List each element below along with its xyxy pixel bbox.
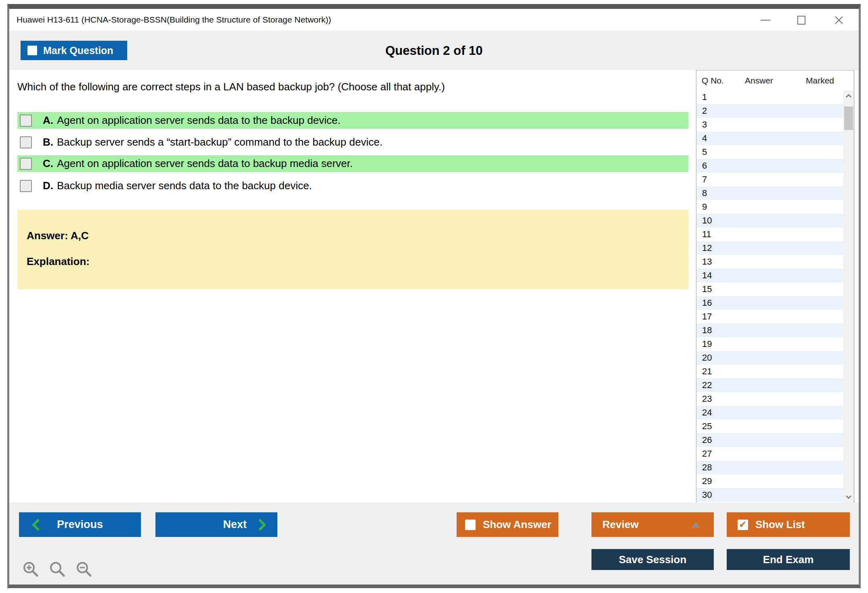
close-button[interactable] [829, 12, 849, 28]
question-list-row[interactable]: 13 [696, 255, 843, 269]
zoom-reset-icon [48, 560, 66, 578]
question-list-row[interactable]: 14 [696, 269, 843, 282]
option-row-b[interactable]: B.Backup server sends a “start-backup” c… [17, 134, 688, 150]
maximize-button[interactable] [792, 12, 811, 28]
zoom-in-icon [22, 560, 40, 578]
zoom-out-button[interactable] [75, 560, 93, 578]
option-b-letter: B. [43, 136, 53, 148]
save-session-label: Save Session [619, 553, 687, 566]
question-list: Q No. Answer Marked 12345678910111213141… [696, 70, 854, 503]
show-list-button[interactable]: ✔ Show List [727, 512, 850, 537]
maximize-icon [797, 16, 805, 25]
header-band: Mark Question Question 2 of 10 [9, 31, 859, 70]
check-icon: ✔ [739, 520, 746, 529]
chevron-up-icon [845, 94, 852, 98]
option-c-text: C.Agent on application server sends data… [43, 157, 353, 170]
question-text: Which of the following are correct steps… [17, 81, 445, 93]
question-list-row[interactable]: 28 [696, 461, 843, 474]
next-button[interactable]: Next [155, 512, 277, 537]
question-list-row[interactable]: 24 [696, 406, 843, 420]
option-a-text: A.Agent on application server sends data… [43, 114, 340, 127]
show-answer-label: Show Answer [483, 518, 551, 531]
option-c-letter: C. [43, 157, 53, 169]
answer-panel: Answer: A,C Explanation: [17, 210, 688, 289]
option-a-letter: A. [43, 114, 53, 126]
review-button[interactable]: Review [591, 512, 714, 537]
scroll-up-button[interactable] [843, 90, 854, 102]
question-list-row[interactable]: 19 [696, 337, 843, 351]
column-answer: Answer [735, 76, 783, 86]
question-list-row[interactable]: 10 [696, 214, 843, 228]
title-bar: Huawei H13-611 (HCNA-Storage-BSSN(Buildi… [9, 9, 859, 31]
question-list-row[interactable]: 9 [696, 200, 843, 214]
previous-label: Previous [57, 518, 103, 531]
save-session-button[interactable]: Save Session [591, 549, 714, 570]
option-d-checkbox[interactable] [20, 180, 32, 192]
question-list-row[interactable]: 23 [696, 392, 843, 406]
caret-up-icon [691, 522, 700, 528]
question-list-row[interactable]: 8 [696, 186, 843, 200]
question-list-scrollbar[interactable] [843, 90, 854, 503]
option-d-text: D.Backup media server sends data to the … [43, 180, 312, 192]
option-row-d[interactable]: D.Backup media server sends data to the … [17, 177, 688, 194]
option-d-letter: D. [43, 180, 53, 192]
question-counter: Question 2 of 10 [9, 44, 859, 58]
zoom-in-button[interactable] [21, 560, 40, 578]
zoom-out-icon [75, 560, 93, 578]
exam-window: Huawei H13-611 (HCNA-Storage-BSSN(Buildi… [7, 4, 861, 588]
question-list-row[interactable]: 11 [696, 228, 843, 241]
chevron-down-icon [845, 495, 852, 499]
question-list-row[interactable]: 2 [696, 104, 843, 118]
question-list-row[interactable]: 1 [696, 90, 843, 104]
question-list-row[interactable]: 7 [696, 173, 843, 186]
end-exam-button[interactable]: End Exam [727, 549, 850, 570]
minimize-button[interactable] [756, 12, 775, 28]
question-list-row[interactable]: 17 [696, 310, 843, 324]
next-label: Next [223, 518, 247, 531]
question-list-row[interactable]: 27 [696, 447, 843, 461]
scroll-down-button[interactable] [843, 491, 854, 503]
option-row-a[interactable]: A.Agent on application server sends data… [17, 112, 688, 129]
question-list-row[interactable]: 26 [696, 433, 843, 447]
question-list-row[interactable]: 22 [696, 378, 843, 392]
show-answer-button[interactable]: Show Answer [457, 512, 558, 537]
show-list-label: Show List [755, 518, 805, 531]
option-row-c[interactable]: C.Agent on application server sends data… [17, 155, 688, 172]
show-answer-checkbox[interactable] [465, 520, 476, 530]
close-icon [834, 15, 844, 25]
end-exam-label: End Exam [763, 553, 814, 566]
question-list-row[interactable]: 21 [696, 365, 843, 378]
chevron-right-icon [258, 519, 267, 531]
show-list-checkbox[interactable]: ✔ [738, 520, 748, 530]
option-b-checkbox[interactable] [20, 136, 32, 148]
option-a-checkbox[interactable] [20, 115, 32, 127]
previous-button[interactable]: Previous [19, 512, 141, 537]
question-list-row[interactable]: 12 [696, 241, 843, 255]
explanation-label: Explanation: [27, 255, 90, 268]
answer-text: Answer: A,C [27, 230, 89, 242]
question-list-row[interactable]: 29 [696, 474, 843, 488]
question-list-row[interactable]: 18 [696, 324, 843, 337]
column-marked: Marked [796, 76, 844, 86]
question-list-row[interactable]: 25 [696, 420, 843, 433]
question-list-header: Q No. Answer Marked [696, 71, 854, 91]
review-label: Review [602, 518, 639, 531]
option-b-text: B.Backup server sends a “start-backup” c… [43, 136, 382, 148]
scroll-thumb[interactable] [844, 106, 853, 130]
question-list-row[interactable]: 4 [696, 132, 843, 145]
question-list-row[interactable]: 6 [696, 159, 843, 173]
question-list-row[interactable]: 15 [696, 282, 843, 296]
question-list-row[interactable]: 20 [696, 351, 843, 365]
minimize-icon [761, 20, 770, 21]
question-list-row[interactable]: 16 [696, 296, 843, 310]
question-list-row[interactable]: 5 [696, 145, 843, 159]
question-list-row[interactable]: 3 [696, 118, 843, 132]
chevron-left-icon [31, 519, 40, 531]
zoom-tools [21, 560, 93, 578]
question-list-rows: 1234567891011121314151617181920212223242… [696, 90, 843, 503]
window-title: Huawei H13-611 (HCNA-Storage-BSSN(Buildi… [17, 15, 331, 25]
option-c-checkbox[interactable] [20, 158, 32, 170]
zoom-reset-button[interactable] [48, 560, 67, 578]
column-qno: Q No. [702, 76, 724, 86]
question-list-row[interactable]: 30 [696, 488, 843, 502]
